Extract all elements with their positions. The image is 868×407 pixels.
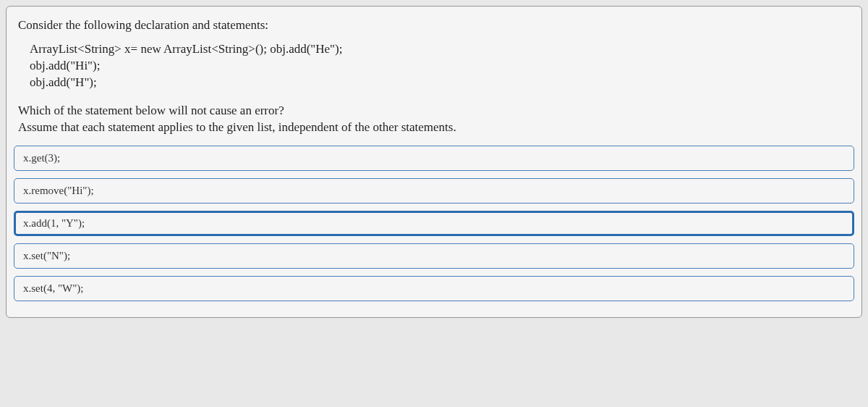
option-2[interactable]: x.remove("Hi"); [14,178,854,204]
options-list: x.get(3); x.remove("Hi"); x.add(1, "Y");… [7,146,861,317]
question-intro: Consider the following declaration and s… [7,7,861,37]
code-line-3: obj.add("H"); [30,75,850,91]
option-3[interactable]: x.add(1, "Y"); [14,211,854,236]
option-4[interactable]: x.set("N"); [14,243,854,269]
question-followup: Which of the statement below will not ca… [7,96,861,146]
code-line-1: ArrayList<String> x= new ArrayList<Strin… [30,41,850,58]
question-card: Consider the following declaration and s… [6,6,862,318]
followup-line-1: Which of the statement below will not ca… [18,103,850,119]
code-line-2: obj.add("Hi"); [30,58,850,75]
followup-line-2: Assume that each statement applies to th… [18,119,850,136]
code-block: ArrayList<String> x= new ArrayList<Strin… [7,37,861,96]
option-1[interactable]: x.get(3); [14,146,854,171]
option-5[interactable]: x.set(4, "W"); [14,276,854,301]
